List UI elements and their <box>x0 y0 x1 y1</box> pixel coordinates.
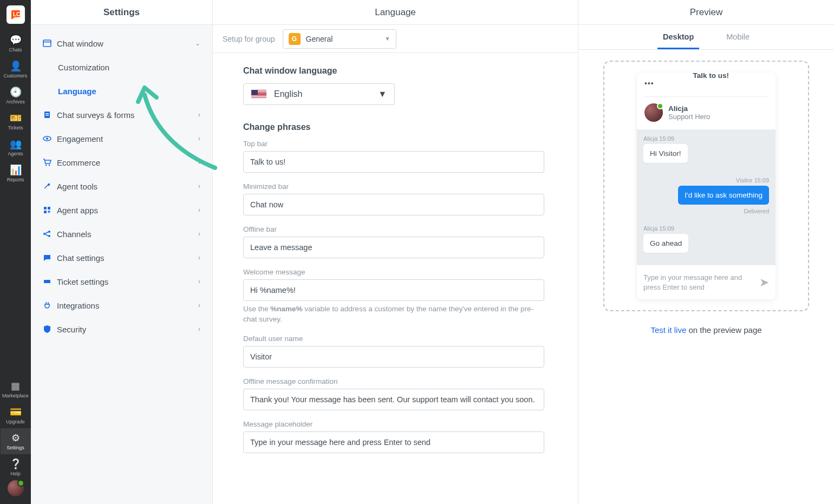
svg-point-7 <box>46 138 48 140</box>
chevron-right-icon: › <box>198 135 200 142</box>
field-placeholder: Message placeholder <box>243 420 544 453</box>
sidebar-item-ecommerce[interactable]: Ecommerce › <box>36 150 207 174</box>
ticket-icon: 🎫 <box>10 112 22 124</box>
svg-rect-12 <box>44 211 47 213</box>
rail-customers[interactable]: 👤Customers <box>1 56 31 82</box>
send-icon[interactable]: ➤ <box>759 276 769 290</box>
rail-tickets[interactable]: 🎫Tickets <box>1 108 31 134</box>
default-user-input[interactable] <box>243 346 544 368</box>
sidebar-item-agent-tools[interactable]: Agent tools › <box>36 174 207 198</box>
chevron-right-icon: › <box>198 159 200 166</box>
field-label: Offline bar <box>243 225 544 233</box>
rail-agents[interactable]: 👥Agents <box>1 134 31 160</box>
tab-mobile[interactable]: Mobile <box>721 32 755 49</box>
field-label: Minimized bar <box>243 182 544 191</box>
shield-icon <box>43 325 55 333</box>
preview-link-row: Test it live on the preview page <box>650 325 761 335</box>
preview-tabs: Desktop Mobile <box>578 25 834 50</box>
rail-upgrade[interactable]: 💳Upgrade <box>1 402 31 428</box>
chevron-right-icon: › <box>198 111 200 119</box>
upgrade-icon: 💳 <box>10 406 22 418</box>
svg-rect-4 <box>45 113 49 114</box>
placeholder-input[interactable] <box>243 431 544 453</box>
minimized-bar-input[interactable] <box>243 194 544 215</box>
nav-rail: LC 💬Chats 👤Customers 🕘Archives 🎫Tickets … <box>0 0 31 504</box>
rail-chats[interactable]: 💬Chats <box>1 30 31 56</box>
msg-meta: Alicja 15:09 <box>643 225 769 232</box>
rail-settings[interactable]: ⚙Settings <box>1 428 31 454</box>
svg-point-14 <box>48 231 50 233</box>
field-hint: Use the %name% variable to address a cus… <box>243 304 544 325</box>
logo-icon: LC <box>9 8 22 21</box>
field-label: Message placeholder <box>243 420 544 428</box>
reports-icon: 📊 <box>10 164 22 176</box>
svg-point-15 <box>48 235 50 237</box>
svg-text:LC: LC <box>13 11 20 17</box>
preview-panel: Preview Desktop Mobile ••• Talk to us! <box>578 0 834 504</box>
agent-name: Alicja <box>668 104 710 113</box>
svg-rect-16 <box>44 280 50 283</box>
help-icon: ❔ <box>10 458 22 470</box>
sidebar-sub-language[interactable]: Language <box>36 79 207 103</box>
main-panel: Language Setup for group G General ▼ Cha… <box>213 0 578 504</box>
app-logo[interactable]: LC <box>6 5 25 24</box>
ticket-settings-icon <box>43 277 55 286</box>
welcome-input[interactable] <box>243 279 544 301</box>
top-bar-input[interactable] <box>243 151 544 173</box>
caret-down-icon: ▼ <box>378 89 387 99</box>
sidebar-item-surveys[interactable]: Chat surveys & forms › <box>36 103 207 127</box>
sidebar-item-channels[interactable]: Channels › <box>36 222 207 246</box>
rail-help[interactable]: ❔Help <box>1 454 31 480</box>
chat-icon: 💬 <box>10 34 22 46</box>
user-avatar[interactable] <box>8 480 24 496</box>
test-live-link[interactable]: Test it live <box>650 325 686 335</box>
section-phrases-title: Change phrases <box>243 122 556 132</box>
svg-point-9 <box>49 165 50 166</box>
group-badge: G <box>289 33 301 45</box>
more-icon[interactable]: ••• <box>644 79 654 88</box>
offline-bar-input[interactable] <box>243 237 544 258</box>
agent-role: Support Hero <box>668 113 710 121</box>
rail-marketplace[interactable]: ▦Marketplace <box>1 376 31 402</box>
sidebar-item-security[interactable]: Security › <box>36 317 207 341</box>
widget-input-placeholder: Type in your message here and press Ente… <box>643 273 755 292</box>
preview-frame: ••• Talk to us! Alicja Support Hero <box>603 61 809 311</box>
agents-icon: 👥 <box>10 138 22 150</box>
section-language-title: Chat window language <box>243 66 556 76</box>
widget-input[interactable]: Type in your message here and press Ente… <box>637 265 776 299</box>
sidebar-sub-customization[interactable]: Customization <box>36 55 207 79</box>
chevron-right-icon: › <box>198 230 200 238</box>
caret-down-icon: ▼ <box>385 36 390 42</box>
sidebar-item-ticket-settings[interactable]: Ticket settings › <box>36 270 207 293</box>
field-offline-bar: Offline bar <box>243 225 544 258</box>
sidebar-item-integrations[interactable]: Integrations › <box>36 293 207 317</box>
tab-desktop[interactable]: Desktop <box>657 32 699 49</box>
field-top-bar: Top bar <box>243 140 544 173</box>
chevron-right-icon: › <box>198 278 200 285</box>
field-label: Welcome message <box>243 268 544 276</box>
eye-icon <box>43 134 55 143</box>
apps-icon <box>43 206 55 214</box>
language-select[interactable]: English ▼ <box>243 83 395 105</box>
agent-message: Go ahead <box>643 234 688 253</box>
customers-icon: 👤 <box>10 60 22 72</box>
group-value: General <box>306 35 385 43</box>
clipboard-icon <box>43 110 55 119</box>
sidebar-item-chat-settings[interactable]: Chat settings › <box>36 246 207 270</box>
rail-reports[interactable]: 📊Reports <box>1 160 31 186</box>
offline-confirm-input[interactable] <box>243 389 544 410</box>
chevron-down-icon: ⌄ <box>195 40 200 47</box>
sidebar-item-agent-apps[interactable]: Agent apps › <box>36 198 207 222</box>
agent-message: Hi Visitor! <box>643 144 688 163</box>
svg-rect-10 <box>44 207 47 210</box>
group-select[interactable]: G General ▼ <box>283 29 396 49</box>
gear-icon: ⚙ <box>11 432 20 444</box>
sidebar-item-engagement[interactable]: Engagement › <box>36 127 207 150</box>
channels-icon <box>43 230 55 238</box>
flag-us-icon <box>251 90 266 99</box>
field-label: Offline message confirmation <box>243 377 544 385</box>
preview-title: Preview <box>578 0 834 25</box>
group-bar: Setup for group G General ▼ <box>213 25 578 53</box>
rail-archives[interactable]: 🕘Archives <box>1 82 31 108</box>
sidebar-item-chat-window[interactable]: Chat window ⌄ <box>36 31 207 55</box>
